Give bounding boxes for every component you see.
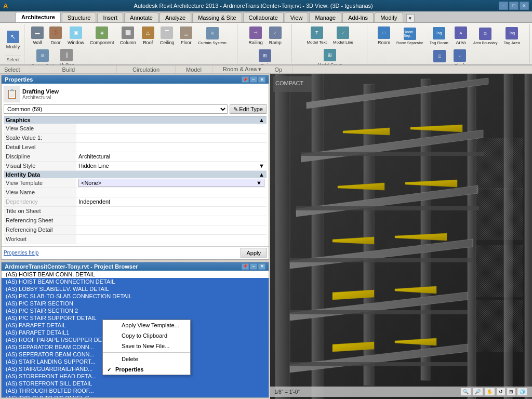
properties-pin-btn[interactable]: 📌	[242, 76, 249, 83]
tab-manage[interactable]: Manage	[309, 12, 341, 22]
browser-item-5[interactable]: (AS) P/C STAIR SECTION 2	[2, 307, 269, 314]
tag-room-button[interactable]: Tag Tag Room	[427, 25, 450, 47]
tab-analyze[interactable]: Analyze	[159, 12, 191, 22]
tab-modify[interactable]: Modify	[375, 12, 403, 22]
railing-button[interactable]: ⊣ Railing	[246, 25, 265, 47]
prop-value-view-template[interactable]: <None>▼	[76, 178, 267, 188]
browser-close-btn[interactable]: ✕	[258, 263, 265, 270]
ctx-properties[interactable]: ✓ Properties	[103, 364, 190, 375]
window-button[interactable]: ▣ Window	[65, 25, 87, 47]
shaft-button[interactable]: ⌿ Shaft	[451, 48, 469, 65]
model-text-button[interactable]: T Model Text	[304, 25, 329, 46]
prop-value-view-scale[interactable]	[76, 124, 267, 133]
ribbon-group-build: ▬ Wall 🚪 Door ▣ Window ◈ Component ⬜ Col…	[25, 24, 237, 63]
browser-item-16[interactable]: (AS) THROUGH BOLTED ROOF...	[2, 387, 269, 394]
ribbon-group-select: ↖ Modify Select	[2, 24, 24, 63]
zoom-in-btn[interactable]: 🔍	[460, 388, 471, 396]
properties-collapse-btn[interactable]: −	[250, 76, 257, 83]
ctx-delete[interactable]: Delete	[103, 354, 190, 364]
tab-view[interactable]: View	[285, 12, 309, 22]
prop-value-discipline[interactable]: Architectural	[76, 152, 267, 161]
browser-collapse-btn[interactable]: −	[250, 263, 257, 270]
prop-value-title-on-sheet[interactable]	[76, 206, 267, 216]
column-button[interactable]: ⬜ Column	[117, 25, 139, 47]
browser-item-2[interactable]: (AS) LOBBY SLAB/ELEV. WALL DETAIL	[2, 285, 269, 292]
svg-rect-5	[421, 79, 430, 380]
ribbon-expand-btn[interactable]: ▾	[406, 14, 415, 22]
prop-value-visual-style[interactable]: Hidden Line ▼	[76, 161, 267, 170]
room-button[interactable]: □ Room	[375, 25, 393, 47]
type-dropdown[interactable]: Common (59)	[4, 104, 228, 114]
modify-button[interactable]: ↖ Modify	[4, 29, 23, 51]
prop-visual-style: Visual Style Hidden Line ▼	[4, 161, 267, 170]
tab-insert[interactable]: Insert	[97, 12, 123, 22]
tab-addins[interactable]: Add-Ins	[342, 12, 374, 22]
minimize-button[interactable]: −	[499, 2, 508, 10]
mullion-button[interactable]: ║ Mullion	[57, 47, 77, 65]
view-cube-btn[interactable]: 🧊	[517, 388, 528, 396]
ramp-button[interactable]: ⟋ Ramp	[267, 25, 284, 47]
roof-button[interactable]: △ Roof	[139, 25, 157, 47]
viewport-3d[interactable]: COMPACT 1/8" = 1'-0" 🔍 🔎 ✋ ↺ ⊞ 🧊	[270, 74, 532, 399]
browser-item-4[interactable]: (AS) P/C STAIR SECTION	[2, 300, 269, 307]
ceiling-button[interactable]: ▔ Ceiling	[157, 25, 177, 47]
tab-massing[interactable]: Massing & Site	[192, 12, 242, 22]
app-logo: A	[3, 2, 8, 10]
wall-button[interactable]: ▬ Wall	[29, 25, 46, 47]
tab-collaborate[interactable]: Collaborate	[243, 12, 284, 22]
label-select: Select	[2, 65, 31, 73]
edit-type-button[interactable]: ✎ Edit Type	[230, 104, 267, 114]
zoom-fit-btn[interactable]: ⊞	[507, 388, 516, 396]
section-identity-collapse[interactable]: ▲	[259, 171, 264, 178]
stair-button[interactable]: ⊞ Stair	[256, 48, 274, 65]
section-graphics-label: Graphics	[6, 117, 31, 123]
properties-help-link[interactable]: Properties help	[4, 250, 38, 256]
ctx-apply-view-template[interactable]: Apply View Template...	[103, 320, 190, 330]
prop-detail-level: Detail Level	[4, 142, 267, 152]
browser-item-15[interactable]: (AS) STOREFRONT SILL DETAIL	[2, 380, 269, 387]
tag-area-button[interactable]: Tag Tag Area	[501, 25, 523, 47]
title-bar: A Autodesk Revit Architecture 2013 - Ard…	[0, 0, 532, 11]
curtain-system-button[interactable]: ⊞ Curtain System	[195, 25, 229, 47]
curtain-grid-button[interactable]: ⊟ Curtain Grid	[29, 48, 56, 66]
prop-value-workset[interactable]	[76, 234, 267, 244]
prop-name-view-template: View Template	[4, 178, 76, 188]
label-model: Model	[176, 65, 212, 73]
zoom-out-btn[interactable]: 🔎	[472, 388, 483, 396]
component-button[interactable]: ◈ Component	[87, 25, 117, 47]
prop-value-view-name[interactable]	[76, 188, 267, 197]
browser-item-3[interactable]: (AS) P/C SLAB-TO-SLAB CONNECTION DETAIL	[2, 292, 269, 300]
prop-value-detail-level[interactable]	[76, 142, 267, 152]
browser-item-1[interactable]: (AS) HOIST BEAM CONNECTION DETAIL	[2, 278, 269, 285]
rotate-btn[interactable]: ↺	[496, 388, 506, 396]
prop-name-discipline: Discipline	[4, 152, 76, 161]
ribbon-group-room-area: □ Room Room Sep. Room Separator Tag Tag …	[368, 24, 530, 63]
ctx-save-to-new-file[interactable]: Save to New File...	[103, 341, 190, 351]
floor-button[interactable]: ▁ Floor	[177, 25, 195, 47]
model-group-button[interactable]: ⊞ Model Group	[315, 47, 344, 65]
ctx-copy-to-clipboard[interactable]: Copy to Clipboard	[103, 330, 190, 341]
tab-architecture[interactable]: Architecture	[16, 12, 61, 22]
apply-button[interactable]: Apply	[241, 248, 267, 258]
by-face-button[interactable]: ◫ By Face	[429, 48, 449, 66]
browser-item-17[interactable]: (AS) TYP. CLP TO P/C PANEL G...	[2, 394, 269, 398]
prop-value-scale-value[interactable]	[76, 133, 267, 142]
section-graphics: Graphics ▲	[4, 116, 267, 124]
section-graphics-collapse[interactable]: ▲	[259, 117, 264, 123]
model-line-button[interactable]: ⟋ Model Line	[330, 25, 356, 46]
tab-structure[interactable]: Structure	[62, 12, 97, 22]
properties-close-btn[interactable]: ✕	[258, 76, 265, 83]
door-button[interactable]: 🚪 Door	[47, 25, 64, 47]
close-button[interactable]: ✕	[520, 2, 529, 10]
type-info: Drafting View Architectural	[22, 88, 267, 100]
browser-item-0[interactable]: (AS) HOIST BEAM CONN. DETAIL	[2, 271, 269, 278]
maximize-button[interactable]: □	[509, 2, 518, 10]
area-boundary-button[interactable]: ⊡ Area Boundary	[471, 26, 500, 46]
svg-rect-25	[476, 188, 523, 240]
room-separator-button[interactable]: Room Sep. Room Separator	[394, 26, 425, 46]
browser-pin-btn[interactable]: 📌	[242, 263, 249, 270]
properties-panel: Properties 📌 − ✕ 📋 Drafting View Archite…	[1, 75, 269, 260]
pan-btn[interactable]: ✋	[484, 388, 495, 396]
area-button[interactable]: A Area	[452, 25, 470, 47]
tab-annotate[interactable]: Annotate	[124, 12, 158, 22]
